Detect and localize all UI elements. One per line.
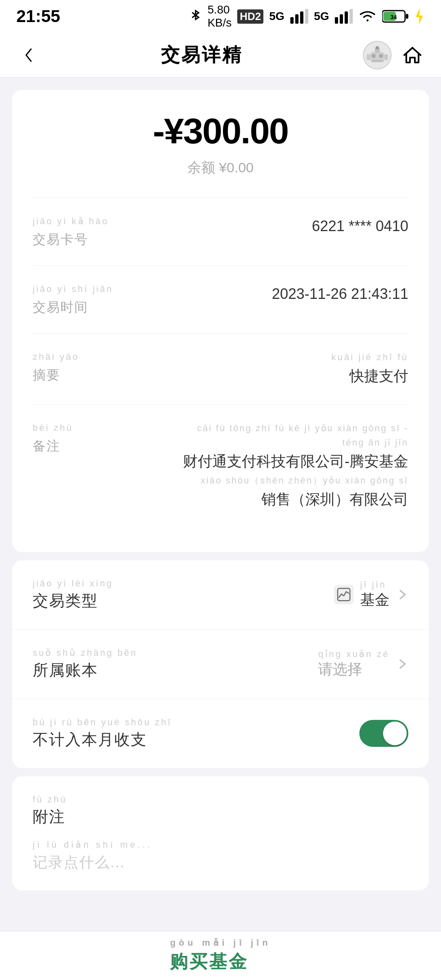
- svg-rect-1: [295, 14, 298, 24]
- svg-rect-6: [345, 11, 348, 24]
- page-title: 交易详精: [161, 42, 243, 68]
- summary-row: zhāi yào 摘要 kuài jié zhī fù 快捷支付: [33, 334, 408, 405]
- battery-icon: 34: [382, 9, 408, 23]
- time-value: 2023-11-26 21:43:11: [272, 282, 408, 306]
- account-label: suǒ shǔ zhàng běn 所属账本: [33, 648, 137, 681]
- svg-rect-2: [300, 11, 303, 24]
- fund-type-icon: [334, 585, 354, 604]
- monthly-stats-row: bù jì rù běn yuè shōu zhī 不计入本月收支: [12, 699, 429, 768]
- status-icons: 5.80KB/s HD2 5G 5G 34: [189, 3, 425, 29]
- bluetooth-icon: [189, 9, 202, 24]
- svg-rect-4: [335, 17, 338, 24]
- transaction-time-row: jiāo yì shí jiān 交易时间 2023-11-26 21:43:1…: [33, 266, 408, 334]
- robot-icon[interactable]: [363, 40, 392, 70]
- account-book-row[interactable]: suǒ shǔ zhàng běn 所属账本 qǐng xuǎn zé 请选择: [12, 630, 429, 699]
- transaction-detail-card: -¥300.00 余额 ¥0.00 jiāo yì kǎ hào 交易卡号 62…: [12, 90, 429, 552]
- notes-label: fù zhù 附注: [33, 794, 408, 827]
- svg-rect-5: [340, 14, 343, 24]
- header: 交易详精: [0, 33, 441, 78]
- hd2-badge: HD2: [237, 9, 263, 24]
- balance-value: ¥0.00: [219, 160, 254, 175]
- svg-marker-12: [416, 8, 423, 24]
- card-number-label: jiāo yì kǎ hào 交易卡号: [33, 214, 109, 249]
- svg-rect-3: [305, 9, 308, 24]
- 5g-icon-1: 5G: [269, 10, 284, 23]
- time-label: jiāo yì shí jiān 交易时间: [33, 282, 113, 317]
- bottom-action-label[interactable]: gòu mǎi jī jīn 购买基金: [170, 938, 271, 974]
- svg-point-19: [376, 46, 379, 49]
- flash-icon: [414, 8, 425, 24]
- account-chevron-icon: [396, 658, 408, 670]
- summary-label: zhāi yào 摘要: [33, 350, 79, 385]
- remark-label: bèi zhù 备注: [33, 421, 73, 456]
- network-speed: 5.80KB/s: [207, 3, 232, 29]
- remark-value: cái fù tōng zhī fù kē jì yǒu xiàn gōng s…: [180, 421, 408, 511]
- home-button[interactable]: [400, 43, 425, 67]
- svg-rect-17: [372, 60, 383, 62]
- card-number-value: 6221 **** 0410: [312, 214, 408, 238]
- summary-value: kuài jié zhī fù 快捷支付: [332, 350, 408, 388]
- action-card: jiāo yì lèi xíng 交易类型 jī jīn 基金 suǒ shǔ …: [12, 560, 429, 768]
- monthly-stats-label: bù jì rù běn yuè shōu zhī 不计入本月收支: [33, 717, 172, 750]
- bottom-bar: gòu mǎi jī jīn 购买基金: [0, 931, 441, 980]
- amount-section: -¥300.00 余额 ¥0.00: [33, 110, 408, 198]
- type-value-container[interactable]: jī jīn 基金: [334, 579, 408, 610]
- svg-point-16: [379, 54, 383, 58]
- transaction-type-row[interactable]: jiāo yì lèi xíng 交易类型 jī jīn 基金: [12, 560, 429, 630]
- back-button[interactable]: [16, 43, 41, 67]
- card-number-row: jiāo yì kǎ hào 交易卡号 6221 **** 0410: [33, 198, 408, 266]
- svg-text:34: 34: [390, 14, 397, 20]
- svg-point-15: [372, 54, 376, 58]
- svg-rect-0: [290, 17, 294, 24]
- header-right: [363, 40, 425, 70]
- notes-card: fù zhù 附注 jì lù diǎn shí me... 记录点什么...: [12, 776, 429, 891]
- svg-rect-21: [385, 54, 388, 60]
- svg-rect-20: [367, 54, 370, 60]
- transaction-amount: -¥300.00: [33, 110, 408, 152]
- toggle-knob: [383, 722, 407, 745]
- status-bar: 21:55 5.80KB/s HD2 5G 5G: [0, 0, 441, 33]
- account-placeholder: qǐng xuǎn zé 请选择: [318, 649, 390, 679]
- svg-rect-10: [406, 14, 408, 19]
- signal-bars-icon: [290, 9, 308, 24]
- remark-row: bèi zhù 备注 cái fù tōng zhī fù kē jì yǒu …: [33, 405, 408, 528]
- balance-label: 余额: [187, 160, 215, 175]
- monthly-stats-toggle[interactable]: [359, 720, 408, 747]
- svg-rect-7: [350, 9, 353, 24]
- type-chevron-icon: [396, 588, 408, 601]
- type-label: jiāo yì lèi xíng 交易类型: [33, 578, 113, 611]
- signal-bars-icon-2: [335, 9, 353, 24]
- status-time: 21:55: [16, 7, 60, 26]
- svg-rect-22: [338, 588, 350, 601]
- account-value-container[interactable]: qǐng xuǎn zé 请选择: [318, 649, 408, 679]
- type-value: jī jīn 基金: [360, 579, 390, 610]
- balance-display: 余额 ¥0.00: [33, 158, 408, 177]
- 5g-icon-2: 5G: [314, 10, 329, 23]
- wifi-icon: [359, 9, 376, 24]
- notes-input[interactable]: jì lù diǎn shí me... 记录点什么...: [33, 840, 408, 873]
